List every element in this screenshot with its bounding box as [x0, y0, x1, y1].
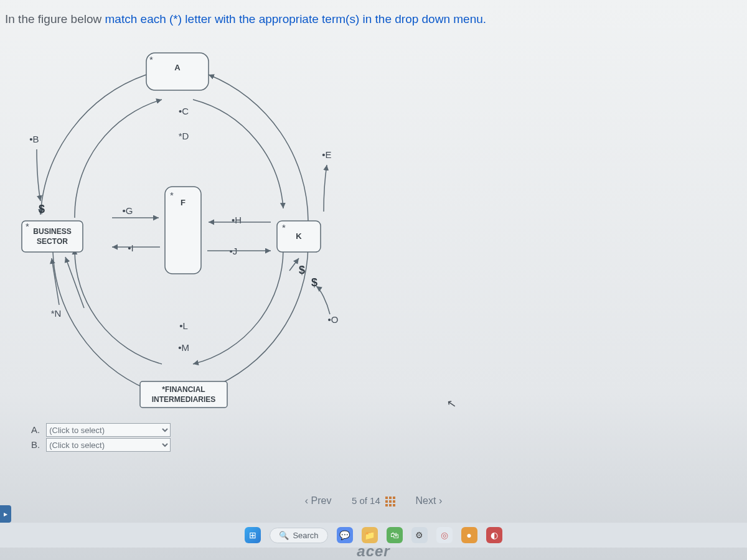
instruction-pre: In the figure below [5, 12, 105, 26]
label-B: •B [29, 134, 39, 144]
laptop-brand: acer [357, 543, 390, 560]
answer-label-A: A. [31, 424, 44, 435]
answer-select-A[interactable]: (Click to select) [46, 423, 171, 437]
answer-label-B: B. [31, 439, 44, 450]
box-K: K [296, 231, 302, 241]
label-I: •I [128, 243, 133, 253]
app-icon-1[interactable]: ◎ [436, 527, 453, 543]
label-E: •E [322, 149, 331, 160]
flow-diagram: •C •M *D •L A * *FINANCIAL INTERMEDIARIE… [3, 40, 364, 426]
chat-icon[interactable]: 💬 [337, 527, 353, 543]
app-icon-2[interactable]: ● [461, 527, 477, 543]
box-business-1: BUSINESS [33, 227, 71, 236]
search-icon: 🔍 [279, 531, 289, 540]
files-icon[interactable]: 📁 [362, 527, 378, 543]
search-placeholder: Search [293, 531, 318, 540]
label-G: •G [123, 205, 133, 216]
store-icon[interactable]: 🛍 [387, 527, 403, 543]
answer-rows: A. (Click to select) B. (Click to select… [31, 423, 171, 453]
svg-text:*: * [170, 190, 174, 200]
sidebar-expand-tab[interactable]: ▸ [0, 505, 11, 523]
label-N: *N [51, 308, 62, 319]
label-D: *D [179, 131, 189, 141]
settings-icon[interactable]: ⚙ [411, 527, 428, 543]
svg-rect-3 [22, 221, 83, 252]
label-L: •L [179, 320, 188, 331]
taskbar-search[interactable]: 🔍 Search [270, 528, 327, 543]
label-C: •C [179, 106, 189, 116]
next-button[interactable]: Next › [406, 492, 453, 510]
prev-button[interactable]: ‹ Prev [295, 492, 342, 510]
instruction-link: match each (*) letter with the appropria… [105, 12, 487, 26]
label-H: •H [232, 215, 242, 225]
question-position: 5 of 14 [352, 495, 395, 506]
question-instruction: In the figure below match each (*) lette… [5, 12, 486, 26]
box-F: F [181, 198, 186, 207]
mouse-cursor-icon: ↖ [446, 396, 458, 411]
grid-icon[interactable] [385, 497, 395, 506]
box-financial-2: INTERMEDIARIES [152, 395, 216, 404]
box-business-2: SECTOR [37, 237, 68, 246]
label-M: •M [178, 342, 189, 353]
answer-select-B[interactable]: (Click to select) [46, 438, 171, 452]
app-icon-3[interactable]: ◐ [486, 527, 502, 543]
svg-text:*: * [149, 54, 153, 65]
start-icon[interactable]: ⊞ [245, 527, 261, 543]
dollar-k: $ [299, 264, 305, 276]
dollar-left: $ [39, 203, 45, 215]
svg-text:*: * [26, 221, 29, 231]
svg-text:*: * [282, 222, 286, 233]
label-O: •O [328, 314, 339, 325]
box-A: A [174, 63, 181, 72]
box-financial-1: *FINANCIAL [162, 385, 205, 394]
question-nav: ‹ Prev 5 of 14 Next › [0, 492, 747, 510]
